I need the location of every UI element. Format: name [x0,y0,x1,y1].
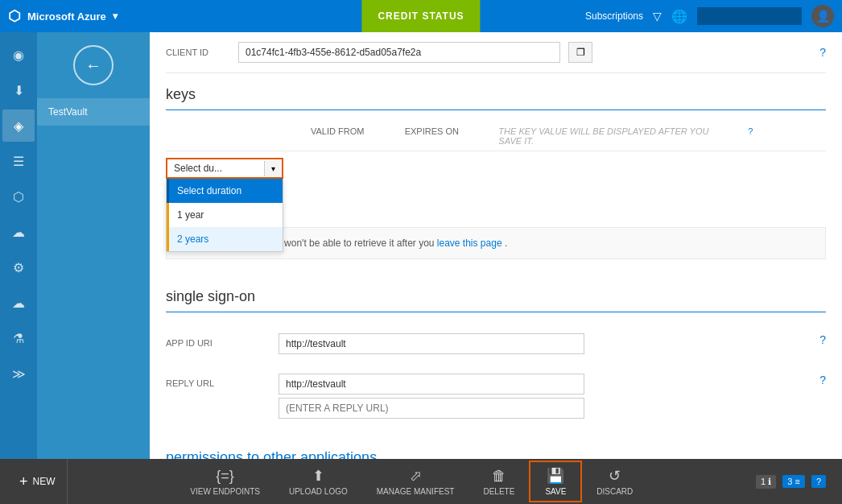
app-id-uri-input[interactable] [279,333,584,354]
sidebar: ◉ ⬇ ◈ ☰ ⬡ ☁ ⚙ ☁ ⚗ ≫ [0,32,37,459]
toolbar-badge-3[interactable]: 3 ≡ [782,475,805,488]
keys-input-row: ▾ Select duration 1 year 2 years [166,158,826,179]
sidebar-icon-menu[interactable]: ☰ [2,145,35,177]
upload-logo-button[interactable]: ⬆ UPLOAD LOGO [274,462,362,501]
sidebar-icon-dashboard[interactable]: ◉ [2,39,35,71]
reply-url-label: REPLY URL [166,374,262,388]
view-endpoints-icon: {=} [216,468,234,485]
client-id-label: CLIENT ID [166,48,230,57]
delete-icon: 🗑 [492,468,506,485]
delete-button[interactable]: 🗑 DELETE [468,463,529,501]
toolbar-badge-help[interactable]: ? [811,475,826,488]
brand-area: ⬡ Microsoft Azure ▾ [0,7,145,25]
copy-icon: ❐ [576,47,585,58]
reply-url-existing: http://testvault [279,374,584,395]
save-button[interactable]: 💾 SAVE [529,461,582,502]
duration-dropdown-toggle[interactable]: ▾ [264,161,282,176]
user-avatar-icon[interactable]: 👤 [811,5,834,27]
main-layout: ◉ ⬇ ◈ ☰ ⬡ ☁ ⚙ ☁ ⚗ ≫ ← TestVault CLIENT I… [0,32,842,459]
keys-section-title: keys [166,73,826,110]
dropdown-option-1year[interactable]: 1 year [167,203,283,227]
sidebar-icon-code[interactable]: ◈ [2,109,35,142]
search-input[interactable] [697,7,802,25]
client-id-row: CLIENT ID ❐ ? [166,32,826,73]
toolbar-badge-1[interactable]: 1 ℹ [756,475,776,489]
keys-col-expires: EXPIRES ON [405,126,483,146]
nav-back-area: ← [37,32,150,98]
reply-url-row: REPLY URL http://testvault ? [166,364,826,428]
sso-section-title: single sign-on [166,275,826,312]
view-endpoints-button[interactable]: {=} VIEW ENDPOINTS [175,463,274,501]
filter-icon[interactable]: ▽ [653,10,662,23]
back-arrow-icon: ← [85,56,101,75]
top-bar: ⬡ Microsoft Azure ▾ CREDIT STATUS Subscr… [0,0,842,32]
permissions-section-title: permissions to other applications [166,441,826,459]
keys-area: keys VALID FROM EXPIRES ON THE KEY VALUE… [166,73,826,259]
manage-manifest-button[interactable]: ⬀ MANAGE MANIFEST [362,462,469,501]
brand-chevron-icon[interactable]: ▾ [113,10,118,22]
upload-logo-label: UPLOAD LOGO [289,487,348,496]
notice-link[interactable]: leave this page [437,238,502,249]
top-bar-right: Subscriptions ▽ 🌐 👤 [585,5,842,27]
nav-vault-item[interactable]: TestVault [37,98,150,126]
sidebar-icon-cloud2[interactable]: ☁ [2,287,35,319]
credit-status-button[interactable]: CREDIT STATUS [361,0,480,32]
discard-icon: ↺ [609,467,621,485]
globe-icon[interactable]: 🌐 [671,9,687,24]
sso-section: single sign-on APP ID URI ? REPLY URL ht… [166,275,826,428]
manage-manifest-label: MANAGE MANIFEST [377,487,455,496]
save-icon: 💾 [547,467,564,485]
new-label: NEW [33,476,56,487]
discard-label: DISCARD [596,487,633,496]
azure-logo-icon: ⬡ [8,7,21,25]
reply-url-new-input[interactable] [279,398,584,419]
duration-dropdown-container: ▾ Select duration 1 year 2 years [166,158,283,179]
view-endpoints-label: VIEW ENDPOINTS [190,487,260,496]
new-button[interactable]: + NEW [8,459,68,504]
keys-table-header: VALID FROM EXPIRES ON THE KEY VALUE WILL… [166,122,826,151]
client-id-input[interactable] [238,42,560,63]
bottom-toolbar: + NEW {=} VIEW ENDPOINTS ⬆ UPLOAD LOGO ⬀… [0,459,842,504]
content-area: CLIENT ID ❐ ? keys VALID FROM EXPIRES ON… [150,32,842,459]
toolbar-right: 1 ℹ 3 ≡ ? [756,475,834,489]
app-id-uri-label: APP ID URI [166,333,262,348]
nav-panel: ← TestVault [37,32,150,459]
save-label: SAVE [545,487,566,496]
plus-icon: + [19,473,28,490]
copy-button[interactable]: ❐ [568,42,592,63]
brand-name: Microsoft Azure [27,10,106,23]
dropdown-option-2years[interactable]: 2 years [167,227,283,251]
duration-select-row: ▾ [166,158,283,179]
manage-manifest-icon: ⬀ [410,467,422,485]
dropdown-option-select-duration[interactable]: Select duration [167,179,283,203]
sidebar-icon-hexagon[interactable]: ⬡ [2,180,35,213]
sidebar-icon-gear[interactable]: ⚙ [2,251,35,283]
sidebar-icon-download[interactable]: ⬇ [2,74,35,106]
help-icon[interactable]: ? [819,46,826,59]
toolbar-actions: {=} VIEW ENDPOINTS ⬆ UPLOAD LOGO ⬀ MANAG… [175,461,647,502]
sidebar-icon-flask[interactable]: ⚗ [2,322,35,354]
keys-col-valid-from: VALID FROM [311,126,389,146]
dropdown-arrow-icon: ▾ [271,164,275,173]
app-id-uri-help-icon[interactable]: ? [819,333,826,346]
duration-input[interactable] [167,159,264,177]
discard-button[interactable]: ↺ DISCARD [582,462,647,501]
sidebar-icon-cloud[interactable]: ☁ [2,216,35,248]
reply-url-container: http://testvault [279,374,584,419]
duration-dropdown-menu: Select duration 1 year 2 years [166,179,283,252]
permissions-section: permissions to other applications [166,441,826,459]
app-id-uri-row: APP ID URI ? [166,324,826,364]
back-button[interactable]: ← [73,45,114,85]
subscriptions-link[interactable]: Subscriptions [585,10,643,22]
notice-suffix: . [505,238,507,249]
reply-url-help-icon[interactable]: ? [819,374,826,386]
keys-col-value: THE KEY VALUE WILL BE DISPLAYED AFTER YO… [498,126,732,146]
keys-help-icon[interactable]: ? [748,126,826,146]
delete-label: DELETE [483,487,514,496]
sidebar-icon-more[interactable]: ≫ [2,357,35,390]
upload-logo-icon: ⬆ [312,467,324,485]
keys-col-duration [166,126,295,146]
